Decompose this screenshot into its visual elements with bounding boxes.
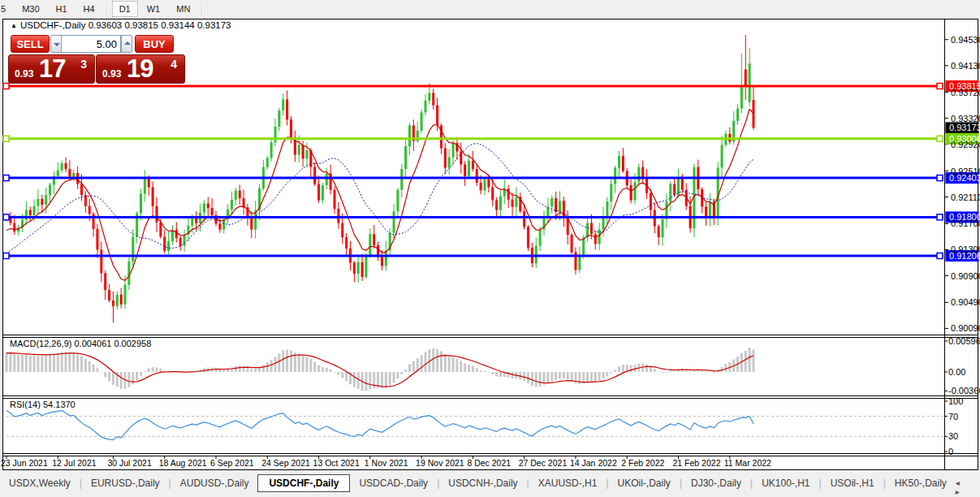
chart-tab-bar: USDX,Weekly|EURUSD-,Daily|AUDUSD-,DailyU… bbox=[0, 472, 980, 497]
price-tick-label: 0.90090 bbox=[951, 323, 980, 333]
buy-button[interactable]: BUY bbox=[135, 35, 174, 53]
sell-quote-box[interactable]: 0.93 17 3 bbox=[8, 54, 95, 84]
macd-values: 0.004061 0.002958 bbox=[74, 339, 151, 348]
chart-ohlc-values: 0.93603 0.93815 0.93144 0.93173 bbox=[89, 20, 231, 30]
date-tick-label: 27 Dec 2021 bbox=[519, 458, 568, 468]
trading-terminal: 5M30H1H4D1W1MN 0.945300.941300.937200.93… bbox=[0, 0, 980, 497]
date-tick-label: 30 Jul 2021 bbox=[107, 458, 151, 468]
macd-tick-label: 0.00 bbox=[948, 367, 965, 377]
date-tick-label: 24 Sep 2021 bbox=[261, 458, 310, 468]
date-tick-label: 2 Feb 2022 bbox=[621, 458, 664, 468]
tab-eurusd-daily[interactable]: EURUSD-,Daily bbox=[82, 475, 169, 491]
date-tick-label: 1 Nov 2021 bbox=[365, 458, 408, 468]
tab-scroll-arrows[interactable]: ◂ ▸ bbox=[956, 478, 972, 496]
price-tick-label: 0.93320 bbox=[951, 114, 980, 123]
hline-handle[interactable] bbox=[937, 253, 943, 259]
macd-tick-label: -0.00366 bbox=[948, 386, 980, 395]
tab-audusd-daily[interactable]: AUDUSD-,Daily bbox=[171, 475, 258, 491]
hline-handle[interactable] bbox=[3, 175, 9, 181]
price-tick-label: 0.92110 bbox=[951, 192, 980, 202]
date-tick-label: 21 Feb 2022 bbox=[673, 458, 721, 468]
price-badge-label: 0.93815 bbox=[949, 81, 980, 91]
macd-tick-label: 0.005963 bbox=[948, 336, 980, 346]
price-tick-label: 0.90900 bbox=[951, 271, 980, 281]
rsi-tick-label: 100 bbox=[948, 396, 963, 406]
chart-title: ▲USDCHF-,Daily 0.93603 0.93815 0.93144 0… bbox=[11, 20, 231, 30]
hline-handle[interactable] bbox=[937, 136, 943, 141]
sell-price-pip-digit: 3 bbox=[80, 58, 87, 71]
hline-handle[interactable] bbox=[937, 175, 943, 181]
buy-quote-box[interactable]: 0.93 19 4 bbox=[96, 54, 185, 84]
sell-price-big-digits: 17 bbox=[39, 54, 65, 84]
price-badge-label: 0.91206 bbox=[949, 251, 980, 261]
trade-panel-controls: SELL BUY bbox=[8, 35, 185, 53]
collapse-triangle-icon[interactable]: ▲ bbox=[11, 22, 17, 29]
date-tick-label: 19 Nov 2021 bbox=[416, 458, 464, 468]
volume-input[interactable] bbox=[61, 35, 121, 53]
rsi-tick-label: 30 bbox=[948, 431, 958, 441]
tab-usoil-h1[interactable]: USOil-,H1 bbox=[822, 475, 883, 491]
sell-button[interactable]: SELL bbox=[11, 35, 50, 53]
price-badge-label: 0.93006 bbox=[949, 134, 980, 144]
buy-price-prefix: 0.93 bbox=[102, 68, 121, 80]
hline-handle[interactable] bbox=[3, 84, 9, 89]
volume-decrease-button[interactable] bbox=[50, 35, 62, 53]
tab-xauusd-h1[interactable]: XAUUSD-,H1 bbox=[529, 475, 607, 491]
tab-usdchf-daily[interactable]: USDCHF-,Daily bbox=[257, 474, 350, 492]
date-tick-label: 23 Jun 2021 bbox=[1, 458, 48, 468]
date-tick-label: 14 Jan 2022 bbox=[570, 458, 617, 468]
tab-ukoil-daily[interactable]: UKOil-,Daily bbox=[609, 475, 680, 491]
hline-handle[interactable] bbox=[937, 84, 943, 89]
tab-dj30-daily[interactable]: DJ30-,Daily bbox=[682, 475, 750, 491]
price-badge-label: 0.92403 bbox=[949, 173, 980, 183]
rsi-value: 54.1370 bbox=[43, 400, 76, 409]
tab-uk100-h1[interactable]: UK100-,H1 bbox=[753, 475, 818, 491]
date-tick-label: 13 Oct 2021 bbox=[313, 458, 360, 468]
tab-usdcad-daily[interactable]: USDCAD-,Daily bbox=[350, 475, 437, 491]
spinner-down-icon bbox=[54, 43, 60, 46]
date-tick-label: 12 Jul 2021 bbox=[52, 458, 96, 468]
tab-usdx-weekly[interactable]: USDX,Weekly bbox=[0, 475, 80, 491]
sell-price-prefix: 0.93 bbox=[15, 68, 33, 80]
tab-usdcnh-daily[interactable]: USDCNH-,Daily bbox=[439, 475, 526, 491]
price-badge-label: 0.93173 bbox=[949, 123, 980, 132]
tab-hk50-daily[interactable]: HK50-,Daily bbox=[886, 475, 956, 491]
date-tick-label: 6 Sep 2021 bbox=[210, 458, 254, 468]
rsi-tick-label: 70 bbox=[948, 412, 958, 421]
rsi-tick-label: 0 bbox=[948, 447, 953, 456]
chart-symbol-label: USDCHF-,Daily bbox=[20, 20, 86, 30]
hline-handle[interactable] bbox=[3, 136, 9, 141]
date-tick-label: 18 Aug 2021 bbox=[159, 458, 207, 468]
one-click-trade-panel: SELL BUY 0.93 17 3 0.93 19 4 bbox=[8, 35, 185, 84]
spinner-up-icon bbox=[124, 41, 131, 45]
hline-handle[interactable] bbox=[3, 253, 9, 259]
price-tick-label: 0.90490 bbox=[951, 297, 980, 307]
volume-increase-button[interactable] bbox=[121, 35, 132, 53]
buy-price-pip-digit: 4 bbox=[171, 58, 177, 71]
date-tick-label: 8 Dec 2021 bbox=[467, 458, 511, 468]
date-tick-label: 11 Mar 2022 bbox=[724, 458, 771, 468]
price-tick-label: 0.94530 bbox=[951, 35, 980, 45]
price-badge-label: 0.91800 bbox=[949, 212, 980, 222]
price-tick-label: 0.94130 bbox=[951, 61, 980, 71]
macd-indicator-label: MACD(12,26,9) 0.004061 0.002958 bbox=[10, 339, 151, 348]
buy-price-big-digits: 19 bbox=[127, 54, 153, 84]
hline-handle[interactable] bbox=[937, 214, 943, 220]
hline-handle[interactable] bbox=[3, 214, 9, 220]
rsi-indicator-label: RSI(14) 54.1370 bbox=[10, 400, 76, 409]
